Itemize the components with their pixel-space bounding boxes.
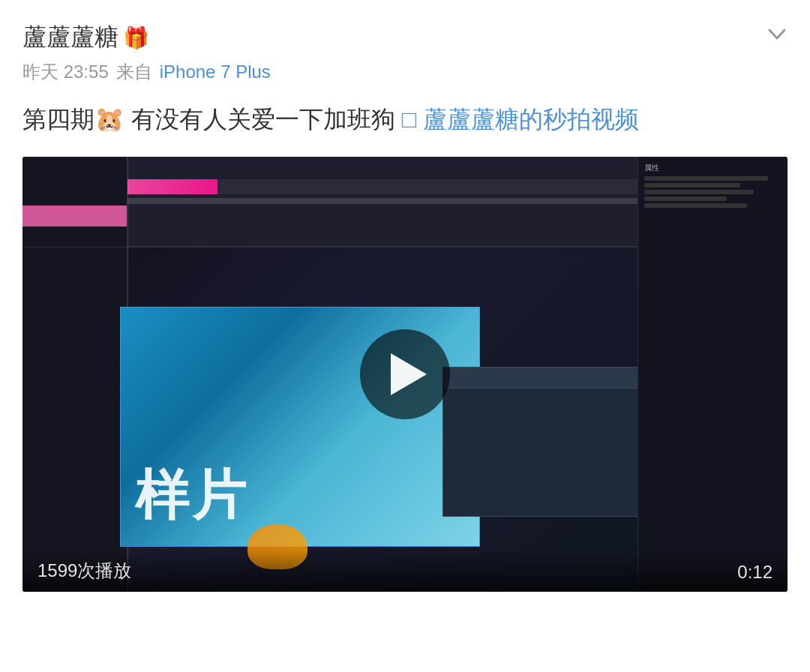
- right-panel-title: 属性: [644, 163, 782, 173]
- post-meta: 昨天 23:55 来自 iPhone 7 Plus: [22, 60, 271, 84]
- right-panel-lines: [644, 176, 782, 208]
- link-text: 蘆蘆蘆糖的秒拍视频: [423, 106, 639, 133]
- post-container: 蘆蘆蘆糖 🎁 昨天 23:55 来自 iPhone 7 Plus 第四期🐹 有没…: [0, 0, 810, 592]
- source-label: 来自: [116, 60, 152, 84]
- video-player[interactable]: 样片 属性: [22, 157, 788, 592]
- link-icon: □: [402, 106, 416, 133]
- play-icon: [391, 353, 427, 395]
- editor-left-sidebar: [22, 157, 128, 592]
- sidebar-active-item: [22, 206, 127, 226]
- author-name[interactable]: 蘆蘆蘆糖 🎁: [22, 21, 271, 54]
- view-count: 1599次播放: [38, 559, 131, 583]
- panel-line-3: [644, 190, 754, 194]
- panel-line-5: [644, 203, 747, 208]
- blue-screen-label: 样片: [135, 460, 249, 532]
- post-header: 蘆蘆蘆糖 🎁 昨天 23:55 来自 iPhone 7 Plus: [22, 21, 788, 84]
- crown-icon: 🎁: [123, 26, 149, 50]
- panel-line-1: [644, 176, 768, 181]
- panel-line-4: [644, 196, 727, 201]
- source-device-link[interactable]: iPhone 7 Plus: [160, 62, 271, 82]
- video-link[interactable]: □ 蘆蘆蘆糖的秒拍视频: [402, 106, 639, 133]
- post-text: 第四期🐹 有没有人关爱一下加班狗: [22, 106, 395, 133]
- post-content: 第四期🐹 有没有人关爱一下加班狗 □ 蘆蘆蘆糖的秒拍视频: [22, 100, 788, 139]
- author-name-text: 蘆蘆蘆糖: [22, 21, 118, 54]
- video-duration: 0:12: [737, 562, 772, 583]
- play-button[interactable]: [360, 329, 450, 419]
- post-time: 昨天 23:55: [22, 60, 109, 84]
- panel-line-2: [644, 183, 740, 188]
- author-info: 蘆蘆蘆糖 🎁 昨天 23:55 来自 iPhone 7 Plus: [22, 21, 271, 84]
- expand-button[interactable]: [766, 24, 788, 45]
- editor-right-panel: 属性: [638, 157, 788, 592]
- video-bottom-bar: 1599次播放 0:12: [22, 550, 788, 592]
